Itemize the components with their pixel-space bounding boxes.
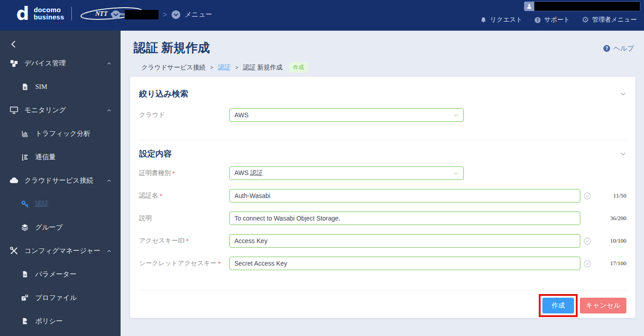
redacted-account-name[interactable] bbox=[125, 10, 159, 19]
access-key-field-row: アクセスキーID* 10/100 bbox=[139, 234, 626, 248]
admin-menu-link[interactable]: ⚙ 管理者メニュー bbox=[582, 16, 637, 24]
description-label-text: 説明 bbox=[139, 215, 152, 221]
admin-menu-label: 管理者メニュー bbox=[592, 16, 637, 24]
sidebar: デバイス管理 SIM モニタリング bbox=[0, 31, 121, 336]
sidebar-item-parameter[interactable]: パラメーター bbox=[0, 262, 121, 286]
chevron-up-icon bbox=[107, 249, 112, 253]
required-marker: * bbox=[218, 260, 221, 267]
gear-icon: ⚙ bbox=[582, 16, 589, 24]
chevron-up-icon bbox=[107, 61, 112, 66]
char-counter: 11/50 bbox=[613, 192, 626, 199]
traffic-chart-icon bbox=[20, 130, 30, 138]
auth-name-label-text: 認証名 bbox=[139, 192, 158, 199]
cert-type-label-text: 証明書種別 bbox=[139, 170, 171, 176]
requests-label: リクエスト bbox=[490, 16, 523, 24]
sidebar-item-sim[interactable]: SIM bbox=[0, 75, 121, 98]
sidebar-item-config-manager[interactable]: コンフィグマネージャー bbox=[0, 239, 121, 262]
sidebar-item-label: 通信量 bbox=[35, 153, 56, 161]
docomo-logo-line1: docomo bbox=[34, 6, 61, 14]
docomo-business-logo: docomo business bbox=[34, 6, 64, 21]
access-key-label: アクセスキーID* bbox=[139, 237, 229, 245]
sidebar-item-policy[interactable]: ポリシー bbox=[0, 309, 121, 333]
sidebar-item-label: トラフィック分析 bbox=[35, 129, 90, 138]
required-marker: * bbox=[172, 170, 175, 176]
description-field-row: 説明 36/200 bbox=[139, 212, 626, 225]
requests-link[interactable]: リクエスト bbox=[480, 16, 523, 24]
chevron-up-icon bbox=[107, 178, 112, 183]
cert-type-select-value: AWS 認証 bbox=[234, 169, 263, 177]
access-key-label-text: アクセスキーID bbox=[139, 237, 184, 244]
chevron-down-icon[interactable] bbox=[620, 151, 626, 157]
user-account-badge[interactable] bbox=[524, 1, 640, 11]
breadcrumb: クラウドサービス接続 > 認証 > 認証 新規作成 作成 bbox=[141, 62, 308, 73]
auth-name-field-row: 認証名* 11/50 bbox=[139, 189, 626, 203]
required-marker: * bbox=[186, 237, 189, 244]
sidebar-item-label: モニタリング bbox=[24, 106, 66, 115]
support-link[interactable]: ? サポート bbox=[534, 16, 570, 24]
circle-chevron-down-icon[interactable] bbox=[171, 10, 181, 19]
cancel-button[interactable]: キャンセル bbox=[580, 298, 626, 313]
secret-access-key-field-row: シークレットアクセスキー* 17/100 bbox=[139, 257, 626, 270]
sidebar-item-monitoring[interactable]: モニタリング bbox=[0, 98, 121, 122]
help-label: ヘルプ bbox=[613, 44, 634, 53]
secret-access-key-input[interactable] bbox=[229, 257, 580, 270]
usage-chart-icon bbox=[20, 153, 30, 161]
secret-access-key-label-text: シークレットアクセスキー bbox=[139, 260, 216, 267]
profile-box-icon bbox=[20, 294, 30, 302]
devices-icon bbox=[9, 59, 19, 68]
sidebar-item-label: パラメーター bbox=[35, 270, 76, 279]
form-card: 絞り込み検索 クラウド AWS 設定内容 bbox=[130, 77, 635, 318]
auth-name-label: 認証名* bbox=[139, 192, 229, 200]
chevron-down-icon bbox=[453, 170, 459, 176]
sidebar-item-label: ポリシー bbox=[35, 317, 63, 326]
char-counter: 36/200 bbox=[610, 215, 626, 222]
cloud-select-value: AWS bbox=[234, 111, 248, 119]
sidebar-item-group[interactable]: グループ bbox=[0, 216, 121, 239]
circle-chevron-down-icon[interactable] bbox=[111, 10, 121, 19]
docomo-logo-line2: business bbox=[34, 13, 64, 21]
form-footer: 作成 キャンセル bbox=[139, 294, 626, 317]
chevron-down-icon[interactable] bbox=[620, 91, 626, 97]
breadcrumb-item-auth-link[interactable]: 認証 bbox=[218, 64, 231, 72]
cert-type-label: 証明書種別* bbox=[139, 169, 229, 177]
chevron-up-icon bbox=[107, 108, 112, 113]
question-circle-icon: ? bbox=[603, 45, 611, 52]
help-link[interactable]: ? ヘルプ bbox=[603, 44, 634, 53]
breadcrumb-separator-icon: > bbox=[235, 64, 238, 71]
filter-section-header: 絞り込み検索 bbox=[139, 77, 626, 99]
sidebar-item-auth[interactable]: 認証 bbox=[0, 192, 121, 216]
description-label: 説明 bbox=[139, 214, 229, 222]
cloud-field-label: クラウド bbox=[139, 111, 229, 119]
page-title: 認証 新規作成 bbox=[134, 40, 210, 56]
auth-name-input[interactable] bbox=[229, 189, 580, 203]
sidebar-item-device-management[interactable]: デバイス管理 bbox=[0, 51, 121, 75]
breadcrumb-separator-icon: > bbox=[163, 11, 167, 18]
sidebar-item-label: 認証 bbox=[35, 200, 49, 208]
bell-icon bbox=[480, 17, 487, 23]
sidebar-item-cloud-service-connection[interactable]: クラウドサービス接続 bbox=[0, 169, 121, 192]
top-navbar: d docomo business NTT Communications > メ… bbox=[0, 0, 644, 31]
redacted-user-name bbox=[534, 2, 640, 11]
cert-type-select[interactable]: AWS 認証 bbox=[229, 166, 464, 180]
brand-divider bbox=[71, 7, 72, 20]
sidebar-item-data-usage[interactable]: 通信量 bbox=[0, 145, 121, 169]
settings-section-title: 設定内容 bbox=[139, 148, 172, 159]
footer-divider bbox=[139, 290, 626, 290]
access-key-input[interactable] bbox=[229, 234, 580, 248]
menu-dropdown[interactable]: メニュー bbox=[185, 10, 212, 19]
description-input[interactable] bbox=[229, 212, 580, 225]
tools-icon bbox=[9, 246, 19, 255]
sidebar-item-label: グループ bbox=[35, 223, 63, 232]
create-button[interactable]: 作成 bbox=[542, 298, 574, 313]
support-label: サポート bbox=[544, 16, 570, 24]
breadcrumb-item-current: 認証 新規作成 bbox=[243, 64, 283, 72]
docomo-d-logo: d bbox=[16, 6, 28, 21]
sidebar-item-traffic-analysis[interactable]: トラフィック分析 bbox=[0, 122, 121, 145]
cloud-select[interactable]: AWS bbox=[229, 108, 464, 122]
person-icon bbox=[524, 2, 534, 11]
char-counter: 10/100 bbox=[610, 237, 626, 244]
sidebar-item-profile[interactable]: プロファイル bbox=[0, 286, 121, 309]
breadcrumb-item[interactable]: クラウドサービス接続 bbox=[141, 64, 205, 72]
required-marker: * bbox=[159, 192, 163, 199]
chevron-left-icon[interactable] bbox=[9, 40, 18, 49]
